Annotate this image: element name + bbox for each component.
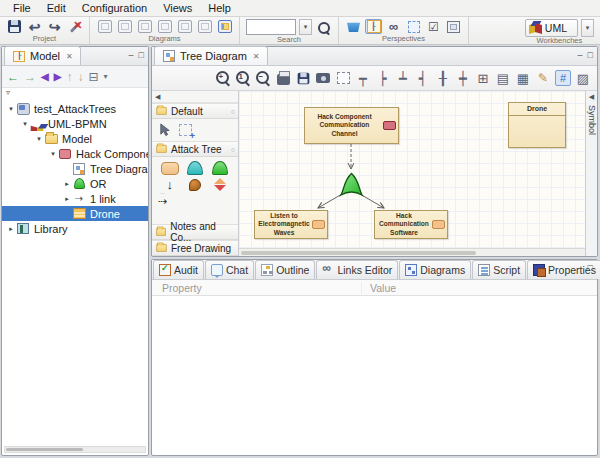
expander-icon[interactable]: ▸ bbox=[62, 195, 72, 203]
create-usecase-diagram-button[interactable] bbox=[116, 19, 133, 34]
search-input[interactable] bbox=[246, 19, 296, 35]
create-sequence-diagram-button[interactable] bbox=[136, 19, 153, 34]
links-perspective-button[interactable]: ∞ bbox=[385, 19, 402, 34]
collapse-all-button[interactable]: ⊟ bbox=[88, 71, 98, 83]
minimize-icon[interactable]: – bbox=[578, 263, 583, 273]
palette-section-notes[interactable]: Notes and Co... bbox=[152, 224, 238, 240]
same-size-button[interactable]: ⊞ bbox=[475, 70, 491, 86]
tree-item-tree-diagram[interactable]: Tree Diagram bbox=[2, 161, 148, 176]
select-tool-icon[interactable] bbox=[158, 123, 171, 137]
node-hack-component[interactable]: Hack Component Communication Channel bbox=[304, 107, 399, 144]
align-top-button[interactable]: ┯ bbox=[355, 70, 371, 86]
tab-diagrams[interactable]: Diagrams bbox=[399, 260, 471, 279]
dependency-link-tool-icon[interactable]: ···⇢ bbox=[158, 195, 167, 207]
column-property[interactable]: Property bbox=[152, 282, 362, 294]
canvas-horizontal-scrollbar[interactable] bbox=[239, 248, 585, 256]
hourglass-tool-icon[interactable] bbox=[214, 185, 226, 191]
create-activity-diagram-button[interactable] bbox=[176, 19, 193, 34]
tree-item-uml-bpmn[interactable]: ▾ UML-BPMN bbox=[2, 116, 148, 131]
tree-item-library[interactable]: ▸ Library bbox=[2, 221, 148, 236]
model-horizontal-scrollbar[interactable] bbox=[4, 446, 146, 453]
search-dropdown-button[interactable]: ▾ bbox=[299, 19, 312, 35]
symbol-sidebar[interactable]: ◀ Symbol bbox=[585, 91, 597, 256]
node-drone[interactable]: Drone bbox=[508, 102, 566, 148]
page-layout-button[interactable]: ▨ bbox=[575, 70, 591, 86]
expander-icon[interactable]: ▾ bbox=[34, 135, 44, 143]
expander-icon[interactable]: ▸ bbox=[62, 180, 72, 188]
move-up-button[interactable]: ↑ bbox=[66, 71, 72, 83]
expander-icon[interactable]: ▾ bbox=[20, 120, 30, 128]
pin-icon[interactable]: ○ bbox=[231, 146, 235, 153]
tree-item-or[interactable]: ▸ OR bbox=[2, 176, 148, 191]
zoom-100-button[interactable]: 1 bbox=[235, 70, 251, 86]
zoom-out-button[interactable]: − bbox=[255, 70, 271, 86]
countermeasure-tool-icon[interactable] bbox=[189, 179, 201, 191]
tree-item-hack-component[interactable]: ▾ Hack Component Cor bbox=[2, 146, 148, 161]
tab-links-editor[interactable]: Links Editor bbox=[316, 260, 398, 279]
tree-item-drone[interactable]: Drone bbox=[2, 206, 148, 221]
tab-outline[interactable]: Outline bbox=[255, 260, 315, 279]
tree-item-project[interactable]: ▾ test_AttackTrees bbox=[2, 101, 148, 116]
model-perspective-button[interactable]: ┠ bbox=[365, 19, 382, 34]
toggle-grid-button[interactable]: # bbox=[555, 70, 571, 86]
tab-model[interactable]: ┠ Model ✕ bbox=[4, 46, 81, 65]
node-hack-software[interactable]: Hack Communication Software bbox=[374, 210, 448, 239]
navigate-back-button[interactable]: ← bbox=[7, 71, 19, 83]
align-bottom-button[interactable]: ┷ bbox=[395, 70, 411, 86]
save-image-button[interactable] bbox=[295, 70, 311, 86]
palette-collapse-button[interactable]: ◀ bbox=[152, 91, 238, 103]
related-forward-button[interactable]: ▶ bbox=[54, 72, 62, 82]
create-state-diagram-button[interactable] bbox=[196, 19, 213, 34]
node-or-gate[interactable] bbox=[339, 172, 364, 197]
menu-file[interactable]: File bbox=[6, 1, 38, 15]
create-matrix-button[interactable] bbox=[216, 19, 233, 34]
zoom-in-button[interactable]: #+ bbox=[215, 70, 231, 86]
fit-frame-button[interactable]: ▦ bbox=[515, 70, 531, 86]
workbench-selector[interactable]: UML bbox=[525, 19, 578, 37]
expander-icon[interactable]: ▾ bbox=[6, 105, 16, 113]
maximize-icon[interactable]: □ bbox=[139, 50, 144, 60]
distribute-vertical-button[interactable]: ╂ bbox=[435, 70, 451, 86]
align-right-button[interactable]: ┥ bbox=[415, 70, 431, 86]
palette-section-default[interactable]: Default ○ bbox=[152, 103, 238, 119]
menu-edit[interactable]: Edit bbox=[40, 1, 73, 15]
pin-icon[interactable]: ○ bbox=[231, 108, 235, 115]
print-button[interactable] bbox=[275, 70, 291, 86]
select-area-button[interactable] bbox=[335, 70, 351, 86]
menu-views[interactable]: Views bbox=[156, 1, 199, 15]
tab-script[interactable]: Script bbox=[472, 260, 526, 279]
distribute-horizontal-button[interactable]: ┿ bbox=[455, 70, 471, 86]
refine-link-tool-icon[interactable]: ↓ bbox=[166, 178, 173, 191]
checked-tree-button[interactable]: ☑ bbox=[425, 19, 442, 34]
create-class-diagram-button[interactable] bbox=[96, 19, 113, 34]
tab-tree-diagram[interactable]: Tree Diagram ✕ bbox=[154, 46, 268, 65]
snapshot-button[interactable] bbox=[315, 70, 331, 86]
node-listen-waves[interactable]: Listen to Electromagnetic Waves bbox=[254, 210, 328, 239]
menu-configuration[interactable]: Configuration bbox=[75, 1, 154, 15]
minimize-icon[interactable]: – bbox=[578, 50, 583, 60]
window-layout-button[interactable] bbox=[445, 19, 462, 34]
configure-button[interactable]: ✕ bbox=[66, 19, 83, 34]
close-icon[interactable]: ✕ bbox=[253, 52, 260, 61]
auto-size-button[interactable]: ▤ bbox=[495, 70, 511, 86]
palette-section-attack-tree[interactable]: Attack Tree ○ bbox=[152, 141, 238, 157]
minimize-icon[interactable]: – bbox=[129, 50, 134, 60]
tree-item-model[interactable]: ▾ Model bbox=[2, 131, 148, 146]
undo-button[interactable]: ↩ bbox=[26, 19, 43, 34]
menu-help[interactable]: Help bbox=[201, 1, 238, 15]
related-back-button[interactable]: ◀ bbox=[41, 72, 49, 82]
move-down-button[interactable]: ↓ bbox=[77, 71, 83, 83]
close-icon[interactable]: ✕ bbox=[66, 52, 73, 61]
view-menu-button[interactable]: ▾ bbox=[103, 73, 107, 81]
marquee-tool-icon[interactable] bbox=[179, 124, 192, 136]
maximize-icon[interactable]: □ bbox=[588, 50, 593, 60]
and-gate-tool-icon[interactable] bbox=[187, 161, 203, 175]
save-button[interactable] bbox=[6, 19, 23, 34]
expander-icon[interactable]: ▾ bbox=[48, 150, 58, 158]
align-left-button[interactable]: ┝ bbox=[375, 70, 391, 86]
navigate-forward-button[interactable]: → bbox=[24, 71, 36, 83]
diagram-canvas[interactable]: Hack Component Communication Channel Dro… bbox=[239, 91, 585, 256]
tab-chat[interactable]: Chat bbox=[205, 260, 254, 279]
style-brush-button[interactable]: ✎ bbox=[535, 70, 551, 86]
clean-workspace-button[interactable] bbox=[345, 19, 362, 34]
